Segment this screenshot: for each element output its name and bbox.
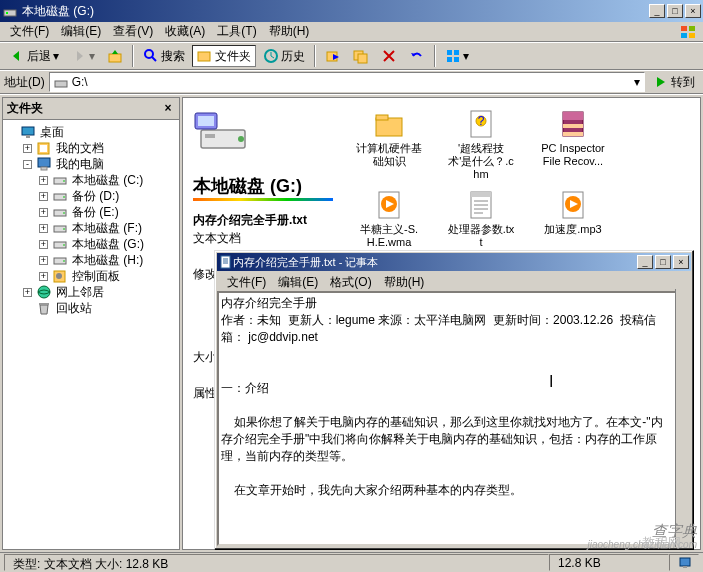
history-button[interactable]: 历史 bbox=[258, 45, 310, 67]
expand-toggle[interactable]: + bbox=[39, 224, 48, 233]
file-label: 半糖主义-S.H.E.wma bbox=[353, 223, 425, 249]
rar-file-icon bbox=[557, 108, 589, 140]
svg-rect-24 bbox=[41, 167, 47, 170]
tree-label: 桌面 bbox=[40, 124, 64, 141]
svg-point-36 bbox=[63, 260, 65, 262]
move-icon bbox=[325, 48, 341, 64]
tree-node[interactable]: +我的文档 bbox=[7, 140, 175, 156]
notepad-titlebar[interactable]: 内存介绍完全手册.txt - 记事本 _ □ × bbox=[217, 253, 691, 271]
tree-node[interactable]: +本地磁盘 (G:) bbox=[7, 236, 175, 252]
tree-node[interactable]: 回收站 bbox=[7, 300, 175, 316]
svg-rect-79 bbox=[221, 256, 230, 268]
tree-node[interactable]: +本地磁盘 (H:) bbox=[7, 252, 175, 268]
tree-node[interactable]: 桌面 bbox=[7, 124, 175, 140]
menu-view[interactable]: 查看(V) bbox=[107, 21, 159, 42]
expand-toggle[interactable]: + bbox=[39, 208, 48, 217]
views-button[interactable]: ▾ bbox=[440, 45, 474, 67]
menu-edit[interactable]: 编辑(E) bbox=[55, 21, 107, 42]
back-button[interactable]: 后退▾ bbox=[4, 45, 64, 67]
file-item[interactable]: PC Inspector File Recov... bbox=[537, 108, 609, 181]
notepad-maximize-button[interactable]: □ bbox=[655, 255, 671, 269]
svg-rect-5 bbox=[689, 33, 695, 38]
svg-point-30 bbox=[63, 212, 65, 214]
go-button[interactable]: 转到 bbox=[649, 74, 699, 91]
np-menu-edit[interactable]: 编辑(E) bbox=[272, 272, 324, 293]
expand-toggle[interactable]: - bbox=[23, 160, 32, 169]
forward-button[interactable]: ▾ bbox=[66, 45, 100, 67]
tree-node[interactable]: +控制面板 bbox=[7, 268, 175, 284]
close-button[interactable]: × bbox=[685, 4, 701, 18]
menu-help[interactable]: 帮助(H) bbox=[263, 21, 316, 42]
notepad-close-button[interactable]: × bbox=[673, 255, 689, 269]
drive-addr-icon bbox=[54, 75, 68, 89]
notepad-text-area[interactable]: 内存介绍完全手册 作者：未知 更新人：legume 来源：太平洋电脑网 更新时间… bbox=[217, 291, 691, 546]
tree-node[interactable]: -我的电脑 bbox=[7, 156, 175, 172]
menu-tools[interactable]: 工具(T) bbox=[211, 21, 262, 42]
expand-toggle[interactable]: + bbox=[39, 192, 48, 201]
np-menu-file[interactable]: 文件(F) bbox=[221, 272, 272, 293]
file-item[interactable]: 加速度.mp3 bbox=[537, 189, 609, 249]
file-item[interactable]: 计算机硬件基础知识 bbox=[353, 108, 425, 181]
np-menu-help[interactable]: 帮助(H) bbox=[378, 272, 431, 293]
tree-node[interactable]: +网上邻居 bbox=[7, 284, 175, 300]
forward-arrow-icon bbox=[71, 48, 87, 64]
delete-button[interactable] bbox=[376, 45, 402, 67]
svg-rect-83 bbox=[680, 558, 690, 566]
search-button[interactable]: 搜索 bbox=[138, 45, 190, 67]
address-input-container[interactable]: ▾ bbox=[49, 72, 645, 92]
svg-point-32 bbox=[63, 228, 65, 230]
svg-rect-45 bbox=[198, 116, 214, 126]
file-item[interactable]: 半糖主义-S.H.E.wma bbox=[353, 189, 425, 249]
tree-label: 本地磁盘 (G:) bbox=[72, 236, 144, 253]
svg-rect-13 bbox=[358, 54, 367, 63]
folders-button[interactable]: 文件夹 bbox=[192, 45, 256, 67]
maximize-button[interactable]: □ bbox=[667, 4, 683, 18]
notepad-scrollbar[interactable] bbox=[675, 289, 691, 547]
tree-label: 控制面板 bbox=[72, 268, 120, 285]
dropdown-icon[interactable]: ▾ bbox=[634, 75, 640, 89]
sidebar-title: 文件夹 bbox=[7, 100, 43, 117]
moveto-button[interactable] bbox=[320, 45, 346, 67]
notepad-menubar: 文件(F) 编辑(E) 格式(O) 帮助(H) bbox=[217, 273, 691, 291]
tree-node[interactable]: +本地磁盘 (F:) bbox=[7, 220, 175, 236]
expand-toggle[interactable]: + bbox=[39, 272, 48, 281]
svg-rect-15 bbox=[454, 50, 459, 55]
tree-node[interactable]: +备份 (E:) bbox=[7, 204, 175, 220]
svg-rect-0 bbox=[4, 10, 16, 16]
expand-toggle[interactable]: + bbox=[23, 144, 32, 153]
svg-rect-47 bbox=[376, 115, 388, 120]
tree-node[interactable]: +本地磁盘 (C:) bbox=[7, 172, 175, 188]
svg-rect-53 bbox=[563, 124, 583, 128]
notepad-minimize-button[interactable]: _ bbox=[637, 255, 653, 269]
expand-toggle[interactable]: + bbox=[39, 240, 48, 249]
menu-file[interactable]: 文件(F) bbox=[4, 21, 55, 42]
expand-toggle[interactable]: + bbox=[39, 256, 48, 265]
copyto-button[interactable] bbox=[348, 45, 374, 67]
address-bar: 地址(D) ▾ 转到 bbox=[0, 70, 703, 94]
sidebar-close-button[interactable]: × bbox=[161, 102, 175, 116]
drive-title-icon bbox=[2, 3, 18, 19]
undo-icon bbox=[409, 48, 425, 64]
drive-icon bbox=[52, 204, 68, 220]
expand-toggle[interactable]: + bbox=[23, 288, 32, 297]
expand-toggle[interactable]: + bbox=[39, 176, 48, 185]
svg-rect-14 bbox=[447, 50, 452, 55]
up-button[interactable] bbox=[102, 45, 128, 67]
np-menu-format[interactable]: 格式(O) bbox=[324, 272, 377, 293]
svg-point-38 bbox=[56, 273, 62, 279]
window-title: 本地磁盘 (G:) bbox=[22, 3, 649, 20]
svg-rect-46 bbox=[376, 118, 402, 136]
txt-file-icon bbox=[465, 189, 497, 221]
cpanel-icon bbox=[52, 268, 68, 284]
views-icon bbox=[445, 48, 461, 64]
tree-node[interactable]: +备份 (D:) bbox=[7, 188, 175, 204]
file-item[interactable]: 处理器参数.txt bbox=[445, 189, 517, 249]
menu-favorites[interactable]: 收藏(A) bbox=[159, 21, 211, 42]
svg-point-34 bbox=[63, 244, 65, 246]
address-input[interactable] bbox=[72, 75, 630, 89]
svg-rect-1 bbox=[6, 12, 8, 14]
undo-button[interactable] bbox=[404, 45, 430, 67]
minimize-button[interactable]: _ bbox=[649, 4, 665, 18]
file-item[interactable]: ?'超线程技术'是什么？.chm bbox=[445, 108, 517, 181]
file-label: '超线程技术'是什么？.chm bbox=[445, 142, 517, 181]
